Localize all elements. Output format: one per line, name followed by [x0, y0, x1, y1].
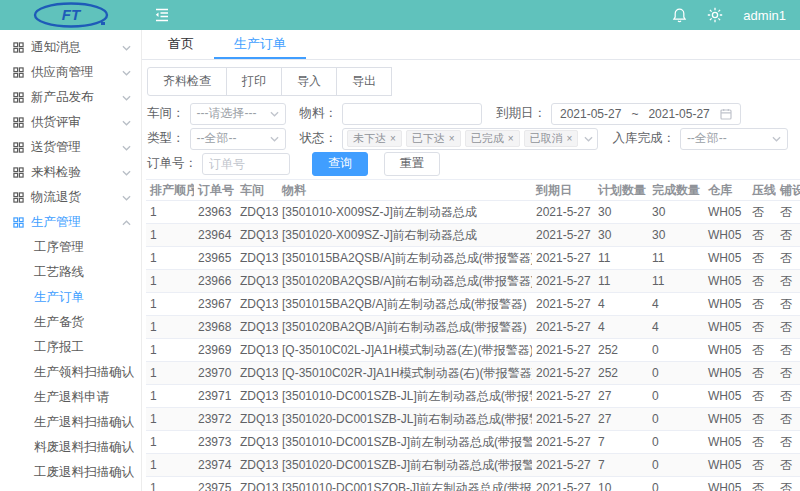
cell-warehouse: WH05	[704, 205, 748, 219]
cell-workshop: ZDQ13	[236, 274, 278, 288]
workshop-select[interactable]: ---请选择---	[190, 103, 286, 125]
sidebar-collapse-icon[interactable]	[154, 8, 170, 22]
sidebar-item-label: 工艺路线	[34, 264, 84, 281]
cell-warehouse: WH05	[704, 366, 748, 380]
table-row[interactable]: 1 23971 ZDQ13 [3501010-DC001SZB-JL]前左制动器…	[146, 385, 800, 408]
status-tag-label: 已下达	[412, 131, 445, 146]
sidebar-item[interactable]: 料废退料扫描确认	[0, 435, 141, 460]
cell-seq: 1	[146, 481, 194, 491]
sidebar-item[interactable]: 工艺路线	[0, 260, 141, 285]
table-row[interactable]: 1 23974 ZDQ13 [3501020-DC001SZB-J]前右制动器总…	[146, 454, 800, 477]
table-row[interactable]: 1 23972 ZDQ13 [3501020-DC001SZB-JL]前右制动器…	[146, 408, 800, 431]
chevron-down-icon	[122, 145, 131, 151]
order-no-input[interactable]	[202, 153, 290, 175]
cell-warehouse: WH05	[704, 297, 748, 311]
sidebar-item[interactable]: 供货评审	[0, 110, 141, 135]
cell-done-qty: 11	[648, 251, 704, 265]
sidebar-item[interactable]: 通知消息	[0, 35, 141, 60]
search-button[interactable]: 查询	[312, 152, 368, 176]
cell-plan-qty: 11	[594, 251, 648, 265]
sidebar-item[interactable]: 供应商管理	[0, 60, 141, 85]
main-content: 首页 生产订单 齐料检查 打印 导入 导出	[142, 30, 800, 491]
toolbar-button[interactable]: 打印	[226, 67, 282, 96]
status-tag-label: 已取消	[530, 131, 563, 146]
cell-plan-qty: 4	[594, 320, 648, 334]
cell-warehouse: WH05	[704, 274, 748, 288]
cell-due-date: 2021-5-27	[532, 343, 594, 357]
status-tag[interactable]: 已下达 ×	[406, 130, 461, 147]
cell-press-line: 否	[748, 457, 776, 474]
toolbar-button[interactable]: 导出	[336, 67, 392, 96]
cell-order-no: 23973	[194, 435, 236, 449]
sidebar-item[interactable]: 工序报工	[0, 335, 141, 360]
sidebar-item[interactable]: 生产退料扫描确认	[0, 410, 141, 435]
table-header-row: 排产顺序 订单号 车间 物料 到期日 计划数量 完成数量 仓库 压线 铺设	[146, 180, 800, 201]
sidebar-item[interactable]: 生产订单	[0, 285, 141, 310]
sidebar-item[interactable]: 工序管理	[0, 235, 141, 260]
date-range-separator: ~	[631, 107, 638, 121]
tab[interactable]: 生产订单	[214, 30, 306, 59]
material-input[interactable]	[342, 103, 482, 125]
cell-order-no: 23972	[194, 412, 236, 426]
notification-bell-icon[interactable]	[672, 7, 687, 23]
type-select[interactable]: --全部--	[190, 128, 286, 150]
status-tag[interactable]: 已完成 ×	[465, 130, 520, 147]
status-tag[interactable]: 未下达 ×	[347, 130, 402, 147]
username[interactable]: admin1	[743, 8, 786, 23]
workshop-select-value: ---请选择---	[197, 105, 257, 122]
sidebar-item[interactable]: 工废退料扫描确认	[0, 460, 141, 485]
cell-warehouse: WH05	[704, 481, 748, 491]
inbound-complete-select[interactable]: --全部--	[680, 128, 788, 150]
tab[interactable]: 首页	[148, 30, 214, 59]
tag-close-icon[interactable]: ×	[508, 134, 514, 144]
due-date-range[interactable]: 2021-05-27 ~ 2021-05-27	[551, 103, 741, 125]
inbound-complete-label: 入库完成：	[612, 130, 675, 147]
sidebar-item[interactable]: 来料检验	[0, 160, 141, 185]
table-row[interactable]: 1 23969 ZDQ13 [Q-35010C02L-J]A1H模式制动器(左)…	[146, 339, 800, 362]
cell-lay: 否	[776, 388, 800, 405]
col-header-workshop: 车间	[236, 182, 278, 199]
table-row[interactable]: 1 23975 ZDQ13 [3501010-DC001SZQB-J]前左制动器…	[146, 477, 800, 491]
cell-plan-qty: 7	[594, 458, 648, 472]
table-row[interactable]: 1 23966 ZDQ13 [3501020BA2QSB/A]前右制动器总成(带…	[146, 270, 800, 293]
tag-close-icon[interactable]: ×	[449, 134, 455, 144]
grid-icon	[13, 192, 24, 203]
sidebar-item[interactable]: 物流退货	[0, 185, 141, 210]
sidebar-item[interactable]: 生产领料扫描确认	[0, 360, 141, 385]
cell-workshop: ZDQ13	[236, 412, 278, 426]
calendar-icon	[720, 108, 732, 120]
cell-due-date: 2021-5-27	[532, 366, 594, 380]
cell-seq: 1	[146, 389, 194, 403]
settings-gear-icon[interactable]	[707, 7, 723, 23]
sidebar-item[interactable]: 生产备货	[0, 310, 141, 335]
toolbar-button[interactable]: 齐料检查	[147, 67, 227, 96]
table-row[interactable]: 1 23973 ZDQ13 [3501010-DC001SZB-J]前左制动器总…	[146, 431, 800, 454]
table-row[interactable]: 1 23964 ZDQ13 [3501020-X009SZ-J]前右制动器总成 …	[146, 224, 800, 247]
status-tag[interactable]: 已取消 ×	[524, 130, 579, 147]
status-multiselect[interactable]: 未下达 × 已下达 × 已完成 ×	[342, 128, 598, 150]
cell-press-line: 否	[748, 204, 776, 221]
cell-lay: 否	[776, 342, 800, 359]
tag-close-icon[interactable]: ×	[390, 134, 396, 144]
sidebar-item-label: 工序管理	[34, 239, 84, 256]
cell-material: [Q-35010C02R-J]A1H模式制动器(右)(带报警器)	[278, 365, 532, 382]
tag-close-icon[interactable]: ×	[567, 134, 573, 144]
toolbar-button[interactable]: 导入	[281, 67, 337, 96]
table-row[interactable]: 1 23970 ZDQ13 [Q-35010C02R-J]A1H模式制动器(右)…	[146, 362, 800, 385]
cell-order-no: 23975	[194, 481, 236, 491]
grid-icon	[13, 167, 24, 178]
sidebar-item[interactable]: 生产退料申请	[0, 385, 141, 410]
filter-panel: 车间： ---请选择--- 物料： 到期日： 2021-05-27 ~ 2021…	[142, 101, 800, 179]
sidebar-item[interactable]: 送货管理	[0, 135, 141, 160]
cell-done-qty: 30	[648, 205, 704, 219]
cell-order-no: 23965	[194, 251, 236, 265]
sidebar-item[interactable]: 生产管理	[0, 210, 141, 235]
table-row[interactable]: 1 23967 ZDQ13 [3501015BA2QB/A]前左制动器总成(带报…	[146, 293, 800, 316]
cell-lay: 否	[776, 296, 800, 313]
sidebar-item[interactable]: 新产品发布	[0, 85, 141, 110]
table-row[interactable]: 1 23968 ZDQ13 [3501020BA2QB/A]前右制动器总成(带报…	[146, 316, 800, 339]
table-row[interactable]: 1 23963 ZDQ13 [3501010-X009SZ-J]前左制动器总成 …	[146, 201, 800, 224]
reset-button[interactable]: 重置	[384, 152, 440, 176]
table-row[interactable]: 1 23965 ZDQ13 [3501015BA2QSB/A]前左制动器总成(带…	[146, 247, 800, 270]
sidebar-item-label: 工废退料扫描确认	[34, 464, 134, 481]
